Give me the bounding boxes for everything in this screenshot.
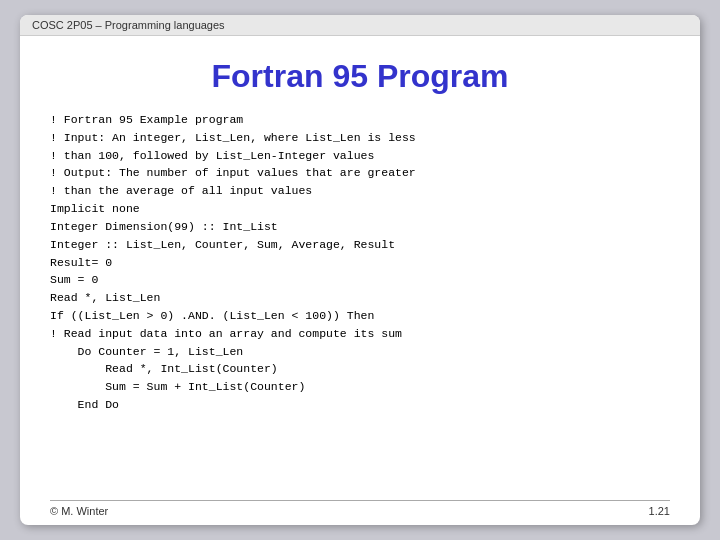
slide-content: Fortran 95 Program ! Fortran 95 Example … — [20, 36, 700, 434]
footer-right: 1.21 — [649, 505, 670, 517]
slide: COSC 2P05 – Programming languages Fortra… — [20, 15, 700, 525]
code-block: ! Fortran 95 Example program ! Input: An… — [50, 111, 670, 414]
top-bar: COSC 2P05 – Programming languages — [20, 15, 700, 36]
slide-title: Fortran 95 Program — [50, 58, 670, 95]
footer-left: © M. Winter — [50, 505, 108, 517]
header-title: COSC 2P05 – Programming languages — [32, 19, 225, 31]
footer: © M. Winter 1.21 — [50, 500, 670, 517]
